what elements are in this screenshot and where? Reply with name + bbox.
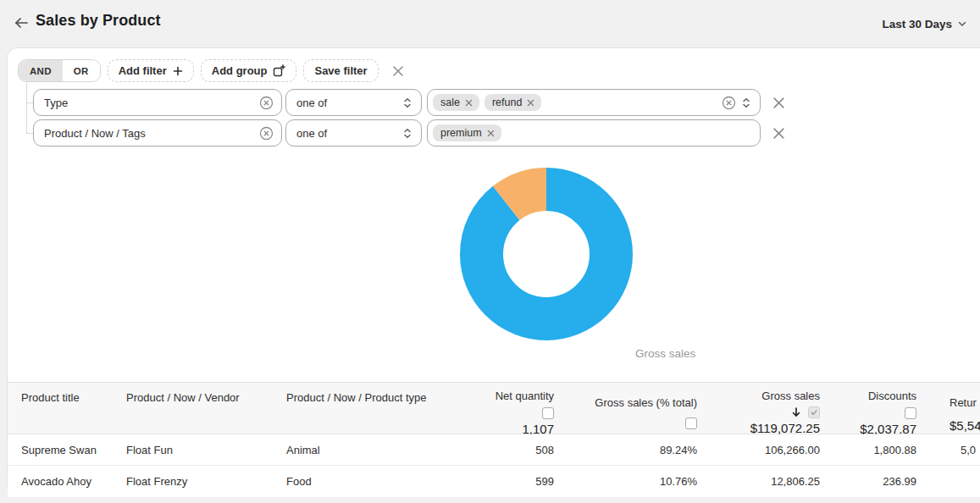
column-header-gross-sales: Gross sales $119,072.25 (697, 389, 820, 436)
chevron-down-icon (958, 21, 966, 27)
close-icon (392, 65, 404, 77)
close-icon (465, 99, 473, 107)
sort-desc-icon[interactable] (790, 406, 802, 418)
date-range-label: Last 30 Days (882, 18, 952, 30)
filter-operator-label: one of (286, 127, 327, 140)
cell-product-title: Supreme Swan (21, 434, 119, 466)
filter-operator-select[interactable]: one of (285, 119, 422, 146)
back-arrow-icon (13, 14, 30, 31)
cell-gross-sales-pct: 10.76% (562, 466, 697, 497)
column-header-product-type[interactable]: Product / Now / Product type (286, 390, 430, 406)
column-label[interactable]: Gross sales (761, 389, 820, 404)
column-header-product-title[interactable]: Product title (21, 390, 119, 406)
column-checkbox-checked[interactable] (808, 406, 820, 418)
column-checkbox[interactable] (542, 407, 554, 419)
cell-gross-sales: 106,266.00 (697, 434, 820, 466)
cell-net-quantity: 599 (427, 466, 554, 497)
add-filter-button[interactable]: Add filter (108, 59, 194, 82)
column-header-vendor[interactable]: Product / Now / Vendor (126, 390, 279, 406)
cell-product-type: Food (286, 466, 430, 497)
filter-value-field[interactable]: sale refund (427, 89, 761, 116)
check-icon (810, 408, 818, 417)
plus-icon (173, 66, 183, 76)
clear-circle-icon[interactable] (722, 96, 736, 110)
tag-remove-button[interactable] (465, 99, 473, 107)
tag-remove-button[interactable] (527, 99, 534, 107)
tag-label: sale (440, 97, 460, 108)
column-label[interactable]: Discounts (868, 389, 916, 404)
column-header-returns: Retur $5,54 (950, 389, 980, 434)
cell-product-title: Avocado Ahoy (21, 466, 119, 497)
logic-and-button[interactable]: AND (19, 60, 63, 81)
clear-circle-icon[interactable] (259, 126, 274, 141)
column-header-gross-sales-pct: Gross sales (% total) (562, 389, 697, 429)
filter-field-label: Product / Now / Tags (34, 127, 146, 140)
page-title: Sales by Product (36, 12, 161, 30)
cell-discounts: 1,800.88 (828, 434, 916, 466)
filter-value-tag: premium (433, 124, 501, 141)
column-checkbox[interactable] (685, 417, 697, 429)
cell-gross-sales: 12,806.25 (697, 466, 820, 497)
save-filter-button[interactable]: Save filter (303, 59, 378, 82)
table-header: Product title Product / Now / Vendor Pro… (8, 382, 980, 434)
cell-discounts: 236.99 (828, 466, 916, 497)
clear-circle-icon[interactable] (259, 96, 274, 110)
updown-chevron-icon (401, 127, 413, 140)
filter-operator-label: one of (286, 97, 327, 109)
filter-field-select[interactable]: Product / Now / Tags (33, 119, 282, 146)
cell-product-type: Animal (286, 434, 430, 466)
filter-field-select[interactable]: Type (33, 89, 282, 116)
logic-or-button[interactable]: OR (63, 60, 100, 81)
column-label[interactable]: Net quantity (496, 389, 554, 404)
close-icon (772, 97, 785, 109)
add-group-button[interactable]: Add group (201, 59, 297, 82)
add-group-label: Add group (212, 64, 268, 77)
table-row[interactable]: Avocado Ahoy Float Frenzy Food 599 10.76… (8, 466, 980, 497)
cell-vendor: Float Fun (126, 434, 279, 466)
column-header-net-quantity: Net quantity 1,107 (427, 389, 554, 437)
column-label[interactable]: Gross sales (% total) (595, 395, 697, 411)
filter-field-label: Type (34, 97, 68, 109)
chart-metric-label: Gross sales (635, 347, 737, 360)
table-row[interactable]: Supreme Swan Float Fun Animal 508 89.24%… (8, 434, 980, 466)
report-card: AND OR Add filter Add group Save filter (7, 47, 980, 496)
save-filter-label: Save filter (314, 64, 367, 77)
filter-value-field[interactable]: premium (427, 119, 761, 146)
updown-chevron-icon[interactable] (740, 97, 752, 109)
close-icon (772, 127, 785, 140)
donut-chart (460, 168, 633, 340)
sales-by-product-page: { "topbar": { "title": "Sales by Product… (0, 0, 980, 503)
cell-net-quantity: 508 (427, 434, 554, 466)
remove-filter-button[interactable] (768, 89, 789, 116)
tag-label: refund (492, 97, 522, 108)
date-range-button[interactable]: Last 30 Days (882, 14, 966, 33)
filter-tree-line (26, 83, 27, 133)
close-icon (527, 99, 534, 107)
back-button[interactable] (12, 14, 30, 31)
top-bar: Sales by Product Last 30 Days (0, 0, 980, 44)
remove-filter-button[interactable] (768, 119, 789, 146)
tag-label: premium (440, 127, 482, 139)
filter-operator-select[interactable]: one of (285, 89, 422, 116)
clear-filters-button[interactable] (389, 62, 407, 80)
filter-value-tag: refund (484, 94, 541, 111)
updown-chevron-icon (401, 97, 413, 109)
add-group-icon (273, 64, 285, 77)
close-icon (487, 130, 495, 137)
tag-remove-button[interactable] (487, 130, 495, 137)
column-checkbox[interactable] (905, 407, 916, 419)
cell-vendor: Float Frenzy (126, 466, 279, 497)
filter-toolbar: AND OR Add filter Add group Save filter (18, 59, 407, 82)
filter-value-tag: sale (433, 94, 479, 111)
logic-segmented-control: AND OR (18, 59, 101, 82)
cell-gross-sales-pct: 89.24% (562, 434, 697, 466)
add-filter-label: Add filter (119, 64, 167, 77)
column-label[interactable]: Retur (950, 395, 980, 411)
column-header-discounts: Discounts $2,037.87 (828, 389, 916, 437)
column-total: $5,54 (950, 418, 980, 434)
cell-returns: 5,0 (961, 434, 980, 466)
